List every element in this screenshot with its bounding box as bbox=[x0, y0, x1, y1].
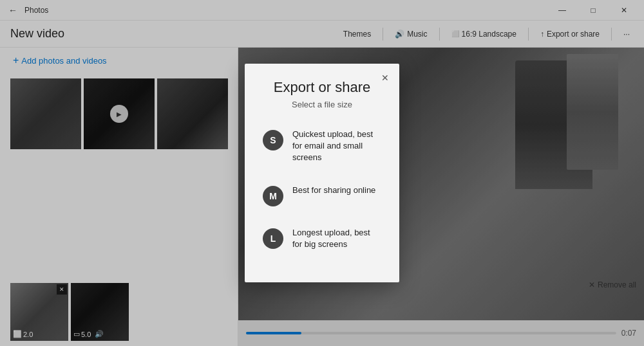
size-option-s[interactable]: S Quickest upload, best for email and sm… bbox=[260, 125, 384, 168]
size-option-m[interactable]: M Best for sharing online bbox=[260, 181, 384, 210]
size-description-l: Longest upload, best for big screens bbox=[292, 227, 381, 250]
modal-close-button[interactable]: ✕ bbox=[377, 70, 393, 86]
size-option-l[interactable]: L Longest upload, best for big screens bbox=[260, 223, 384, 254]
size-description-s: Quickest upload, best for email and smal… bbox=[292, 129, 381, 164]
modal-title: Export or share bbox=[260, 79, 384, 96]
export-modal: ✕ Export or share Select a file size S Q… bbox=[245, 64, 399, 282]
size-icon-s: S bbox=[263, 130, 283, 150]
modal-subtitle: Select a file size bbox=[260, 100, 384, 109]
size-description-m: Best for sharing online bbox=[292, 185, 375, 196]
size-icon-l: L bbox=[263, 228, 283, 249]
size-letter-m: M bbox=[269, 191, 277, 201]
size-letter-l: L bbox=[270, 233, 276, 244]
size-letter-s: S bbox=[270, 135, 276, 145]
modal-overlay: ✕ Export or share Select a file size S Q… bbox=[0, 0, 644, 346]
size-icon-m: M bbox=[263, 186, 283, 206]
